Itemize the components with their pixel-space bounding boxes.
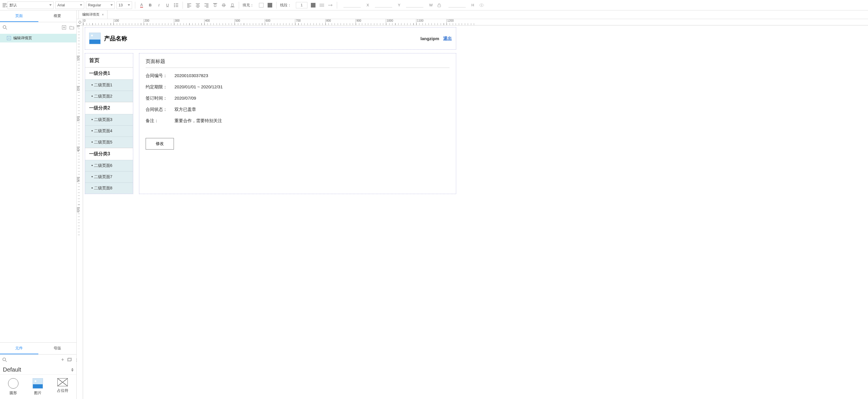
font-size-dropdown[interactable]: 13 bbox=[117, 1, 132, 9]
mockup-sidebar-item[interactable]: 二级页面7 bbox=[85, 171, 133, 182]
fill-image-icon[interactable] bbox=[267, 2, 273, 8]
font-family-dropdown[interactable]: Arial bbox=[55, 1, 84, 9]
tab-outline[interactable]: 概要 bbox=[38, 10, 77, 22]
ruler-tick: 700 bbox=[295, 19, 325, 25]
mockup-header: 产品名称 langzipm 退出 bbox=[85, 27, 456, 50]
mockup-field-row: 合同状态：双方已盖章 bbox=[146, 107, 450, 112]
style-preset-value: 默认 bbox=[9, 3, 17, 8]
x-input[interactable] bbox=[343, 3, 361, 7]
widget-placeholder[interactable]: 占位符 bbox=[57, 378, 68, 396]
close-icon[interactable]: × bbox=[102, 13, 104, 17]
mockup-username: langzipm bbox=[421, 36, 439, 41]
y-input[interactable] bbox=[375, 3, 392, 7]
mockup-sidebar-category[interactable]: 一级分类3 bbox=[85, 148, 133, 160]
left-panel: 页面 概要 ≡ 编辑详情页 元件 母版 bbox=[0, 10, 77, 399]
ruler-tick: 900 bbox=[355, 19, 386, 25]
font-size-value: 13 bbox=[119, 3, 123, 7]
chevron-down-icon bbox=[49, 4, 52, 6]
mockup-sidebar-item[interactable]: 二级页面4 bbox=[85, 125, 133, 137]
widget-image[interactable]: 图片 bbox=[33, 378, 43, 396]
paragraph-style-icon[interactable] bbox=[2, 2, 7, 8]
align-center-icon[interactable] bbox=[195, 2, 201, 8]
bold-icon[interactable]: B bbox=[147, 2, 153, 8]
mockup-field-label: 合同编号： bbox=[146, 73, 175, 79]
valign-top-icon[interactable] bbox=[212, 2, 218, 8]
mockup-sidebar-item[interactable]: 二级页面3 bbox=[85, 114, 133, 125]
components-search-input[interactable] bbox=[10, 358, 58, 362]
add-page-icon[interactable] bbox=[61, 25, 66, 30]
mockup-main: 页面标题 合同编号：20200103037823约定期限：2020/01/01 … bbox=[139, 53, 456, 194]
add-library-icon[interactable]: + bbox=[61, 357, 64, 362]
components-tabs: 元件 母版 bbox=[0, 343, 76, 354]
mockup-sidebar-item[interactable]: 二级页面2 bbox=[85, 91, 133, 102]
ruler-vertical[interactable]: 0100200300400500600 bbox=[77, 25, 83, 399]
widget-ellipse[interactable]: 圆形 bbox=[8, 378, 19, 396]
stroke-arrow-icon[interactable] bbox=[328, 2, 333, 8]
tab-pages[interactable]: 页面 bbox=[0, 10, 38, 22]
stroke-group: 线段： bbox=[278, 0, 336, 10]
mockup-field-value: 20200103037823 bbox=[175, 73, 208, 79]
image-icon bbox=[33, 378, 43, 389]
ruler-horizontal[interactable]: 0100200300400500600700800900100011001200 bbox=[83, 19, 868, 25]
ruler-tick: 1000 bbox=[386, 19, 416, 25]
mockup-field-value: 重要合作，需要特别关注 bbox=[175, 118, 222, 123]
stroke-style-icon[interactable] bbox=[319, 2, 325, 8]
mockup-sidebar-item[interactable]: 二级页面5 bbox=[85, 137, 133, 148]
search-icon[interactable] bbox=[2, 357, 7, 362]
ruler-tick: 400 bbox=[77, 147, 80, 177]
ruler-tick: 200 bbox=[144, 19, 174, 25]
style-preset-dropdown[interactable]: 默认 bbox=[7, 1, 54, 9]
canvas-viewport[interactable]: 产品名称 langzipm 退出 首页 一级分类1二级页面1二级页面2一级分类2… bbox=[83, 25, 868, 399]
x-label: X bbox=[367, 3, 369, 7]
mockup-logout-link[interactable]: 退出 bbox=[443, 36, 452, 41]
canvas-area: 编辑详情页 × 01002003004005006007008009001000… bbox=[77, 10, 868, 399]
fill-color-swatch[interactable] bbox=[258, 2, 264, 8]
page-tree: ≡ 编辑详情页 bbox=[0, 33, 76, 44]
font-weight-dropdown[interactable]: Regular bbox=[86, 1, 115, 9]
mockup-sidebar-item[interactable]: 二级页面1 bbox=[85, 79, 133, 91]
chevron-down-icon bbox=[111, 4, 113, 6]
valign-bottom-icon[interactable] bbox=[229, 2, 235, 8]
add-folder-icon[interactable] bbox=[69, 25, 74, 30]
mockup-page-title: 页面标题 bbox=[146, 58, 450, 68]
ruler-tick: 200 bbox=[77, 86, 80, 116]
stroke-color-swatch[interactable] bbox=[310, 2, 316, 8]
canvas-tab-edit-detail[interactable]: 编辑详情页 × bbox=[79, 10, 107, 19]
h-input[interactable] bbox=[448, 3, 466, 7]
ruler-tick: 1200 bbox=[446, 19, 477, 25]
search-icon[interactable] bbox=[2, 25, 7, 30]
underline-icon[interactable]: U bbox=[165, 2, 170, 8]
lock-aspect-icon[interactable] bbox=[436, 2, 442, 8]
library-header[interactable]: Default bbox=[0, 365, 76, 375]
mockup-sidebar-item[interactable]: 二级页面6 bbox=[85, 160, 133, 171]
mockup-field-label: 签订时间： bbox=[146, 95, 175, 101]
library-options-icon[interactable] bbox=[67, 357, 72, 362]
valign-middle-icon[interactable] bbox=[221, 2, 227, 8]
align-left-icon[interactable] bbox=[186, 2, 192, 8]
w-input[interactable] bbox=[406, 3, 423, 7]
mockup-field-row: 合同编号：20200103037823 bbox=[146, 73, 450, 79]
italic-icon[interactable]: I bbox=[156, 2, 162, 8]
mockup-sidebar-category[interactable]: 一级分类1 bbox=[85, 67, 133, 79]
mockup-edit-button[interactable]: 修改 bbox=[146, 138, 174, 149]
mockup-sidebar-item[interactable]: 二级页面8 bbox=[85, 182, 133, 194]
components-toolbar: + ⋮ bbox=[0, 354, 76, 365]
bullet-list-icon[interactable] bbox=[173, 2, 179, 8]
tab-widgets[interactable]: 元件 bbox=[0, 343, 38, 354]
tab-masters[interactable]: 母版 bbox=[38, 343, 77, 354]
ruler-origin[interactable] bbox=[77, 19, 83, 25]
mockup-sidebar-home[interactable]: 首页 bbox=[85, 53, 133, 67]
mockup-sidebar-category[interactable]: 一级分类2 bbox=[85, 102, 133, 114]
pages-search-input[interactable] bbox=[10, 25, 59, 30]
align-right-icon[interactable] bbox=[204, 2, 209, 8]
page-item-edit-detail[interactable]: ≡ 编辑详情页 bbox=[0, 34, 76, 42]
canvas-tab-label: 编辑详情页 bbox=[82, 12, 99, 17]
stroke-width-input[interactable] bbox=[296, 2, 307, 8]
mockup-body: 首页 一级分类1二级页面1二级页面2一级分类2二级页面3二级页面4二级页面5一级… bbox=[83, 51, 458, 196]
widget-label: 占位符 bbox=[57, 388, 68, 393]
text-format-group: A B I U bbox=[136, 0, 181, 10]
ruler-tick: 600 bbox=[77, 207, 80, 237]
fill-label: 填充： bbox=[243, 3, 254, 8]
visibility-icon[interactable] bbox=[479, 2, 485, 8]
font-color-icon[interactable]: A bbox=[139, 2, 145, 8]
